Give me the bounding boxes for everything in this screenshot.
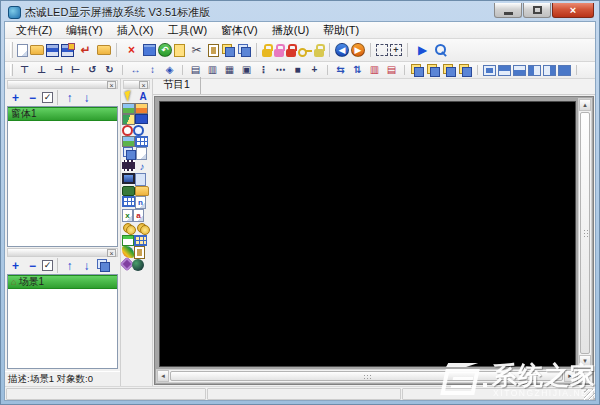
toolbar-grip[interactable] <box>10 64 13 75</box>
lock-red-button[interactable] <box>286 49 296 57</box>
tab-program-1[interactable]: 节目1 <box>153 77 201 94</box>
scenes-list[interactable]: ⌂ 场景1 <box>7 274 118 369</box>
document-button[interactable] <box>136 147 147 160</box>
clock-button[interactable] <box>133 125 144 136</box>
mirror-vertical-button[interactable]: ⊥ <box>34 63 49 77</box>
new-file-button[interactable] <box>17 44 28 57</box>
web-button[interactable] <box>132 259 144 271</box>
align-right-edge-button[interactable]: ⊢ <box>68 63 83 77</box>
music-button[interactable]: ♪ <box>135 160 149 173</box>
grid-button[interactable] <box>122 196 135 207</box>
doc-x-button[interactable]: x <box>122 209 133 222</box>
notepad-button[interactable]: n <box>135 196 146 209</box>
bring-forward-button[interactable] <box>442 64 456 77</box>
menu-insert[interactable]: 插入(X) <box>110 22 161 39</box>
undo-button[interactable]: ↶ <box>158 43 172 57</box>
folder-button[interactable] <box>135 186 149 196</box>
remove-form-button[interactable]: − <box>25 91 40 105</box>
multi-select-button[interactable]: + <box>390 44 402 56</box>
table-button[interactable] <box>135 136 148 147</box>
text-button[interactable]: A <box>136 90 150 103</box>
add-form-button[interactable]: + <box>8 91 23 105</box>
rotate-right-button[interactable]: ↻ <box>102 63 117 77</box>
scroll-left-button[interactable]: ◂ <box>157 370 169 382</box>
menu-tools[interactable]: 工具(W) <box>160 22 214 39</box>
pages-button[interactable] <box>122 147 136 160</box>
check-scene-button[interactable]: ✓ <box>42 260 53 271</box>
same-width-red-button[interactable]: ▥ <box>367 63 382 77</box>
animation-button[interactable] <box>122 114 135 125</box>
center-horizontal-button[interactable]: ▥ <box>205 63 220 77</box>
vertical-scrollbar[interactable]: ▴ ▾ <box>578 98 592 368</box>
select-cursor-button[interactable] <box>122 90 136 103</box>
lock-yellow-button[interactable] <box>262 49 272 57</box>
close-panel-icon[interactable]: × <box>107 249 116 257</box>
vertical-scroll-thumb[interactable] <box>580 112 590 354</box>
previous-button[interactable]: ◀ <box>335 43 349 57</box>
center-both-button[interactable]: ▣ <box>239 63 254 77</box>
bring-to-front-button[interactable] <box>410 64 424 77</box>
clipboard-button[interactable] <box>134 246 145 259</box>
camera-button[interactable] <box>122 186 135 196</box>
color-table-button[interactable] <box>134 235 147 246</box>
position-left-button[interactable] <box>528 65 541 76</box>
scenes-panel-header[interactable]: × <box>7 248 118 257</box>
mirror-horizontal-button[interactable]: ⊤ <box>17 63 32 77</box>
space-horizontal-button[interactable]: ⋯ <box>273 63 288 77</box>
minimize-button[interactable] <box>494 3 522 18</box>
copy-scene-button[interactable] <box>96 259 110 272</box>
image-button[interactable] <box>122 103 135 114</box>
fit-screen-button[interactable]: ■ <box>290 63 305 77</box>
move-center-button[interactable]: + <box>307 63 322 77</box>
forms-panel-header[interactable]: × <box>7 80 118 89</box>
menu-play[interactable]: 播放(U) <box>265 22 316 39</box>
remove-scene-button[interactable]: − <box>25 259 40 273</box>
center-vertical-button[interactable]: ▦ <box>222 63 237 77</box>
same-size-button[interactable]: ◈ <box>162 63 177 77</box>
new-page-button[interactable] <box>174 44 185 57</box>
copy-page-button[interactable] <box>221 44 235 57</box>
doc-a-button[interactable]: a <box>133 209 144 222</box>
scene-up-button[interactable]: ↑ <box>62 259 77 273</box>
close-panel-icon[interactable]: × <box>107 81 116 89</box>
forms-list[interactable]: 窗体1 <box>7 106 118 247</box>
palette-header[interactable]: × <box>123 80 150 89</box>
scroll-up-button[interactable]: ▴ <box>579 99 591 111</box>
align-left-edge-button[interactable]: ⊣ <box>51 63 66 77</box>
equal-hspace-button[interactable]: ⇆ <box>333 63 348 77</box>
rotate-left-button[interactable]: ↺ <box>85 63 100 77</box>
maximize-button[interactable] <box>523 3 551 18</box>
close-panel-icon[interactable]: × <box>139 81 148 89</box>
blue-doc-button[interactable] <box>135 173 146 186</box>
paint-button[interactable] <box>122 246 134 258</box>
export-button[interactable]: ↵ <box>76 41 95 59</box>
menu-help[interactable]: 帮助(T) <box>316 22 366 39</box>
same-height-button[interactable]: ↕ <box>145 63 160 77</box>
open-file-button[interactable] <box>30 45 44 55</box>
position-top-button[interactable] <box>498 65 511 76</box>
folder-button[interactable] <box>97 45 111 55</box>
send-backward-button[interactable] <box>458 64 472 77</box>
alarm-clock-button[interactable] <box>122 125 133 136</box>
cut-button[interactable]: ✂ <box>187 41 206 59</box>
copy-button[interactable] <box>237 44 251 57</box>
play-button[interactable]: ▶ <box>413 41 432 59</box>
position-bottom-button[interactable] <box>513 65 526 76</box>
position-right-button[interactable] <box>543 65 556 76</box>
list-item[interactable]: 窗体1 <box>8 107 117 121</box>
close-button[interactable]: × <box>552 3 594 18</box>
paste-button[interactable] <box>208 44 219 57</box>
menu-file[interactable]: 文件(Z) <box>9 22 59 39</box>
space-vertical-button[interactable]: ⋮ <box>256 63 271 77</box>
same-height-red-button[interactable]: ▤ <box>384 63 399 77</box>
screen-settings-button[interactable] <box>143 44 156 56</box>
select-marquee-button[interactable] <box>376 44 388 56</box>
key-button[interactable] <box>298 44 312 57</box>
scene-down-button[interactable]: ↓ <box>79 259 94 273</box>
coins-lock-button[interactable] <box>136 222 150 235</box>
add-scene-button[interactable]: + <box>8 259 23 273</box>
toolbar-grip[interactable] <box>10 42 13 57</box>
delete-button[interactable]: × <box>122 41 141 59</box>
green-window-button[interactable] <box>122 235 134 246</box>
list-item[interactable]: ⌂ 场景1 <box>8 275 117 289</box>
